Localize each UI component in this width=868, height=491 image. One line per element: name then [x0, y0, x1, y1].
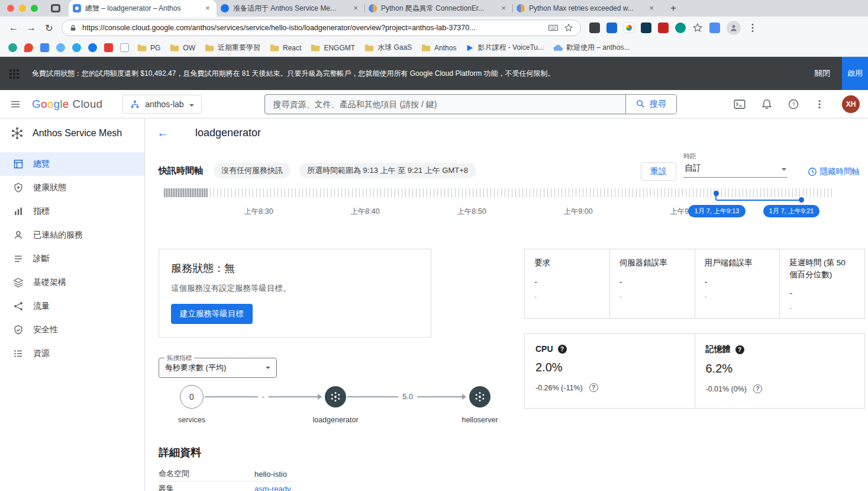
- cluster-link[interactable]: asm-ready: [254, 484, 291, 491]
- extension-icon[interactable]: [675, 23, 686, 33]
- back-arrow-button[interactable]: ←: [152, 122, 173, 143]
- reset-button[interactable]: 重設: [641, 162, 676, 181]
- tab-strip: 總覽 – loadgenerator – Anthos × 准备适用于 Anth…: [0, 0, 868, 17]
- search-input[interactable]: [265, 95, 625, 114]
- extension-icon[interactable]: [589, 23, 600, 33]
- selection-range-line[interactable]: [717, 200, 802, 201]
- period-value: 自訂: [685, 163, 701, 174]
- favorites-star-icon[interactable]: [692, 23, 703, 33]
- notion-favicon[interactable]: [120, 43, 129, 52]
- help-icon[interactable]: ?: [558, 345, 567, 354]
- alert-timeline-ruler[interactable]: [164, 188, 834, 197]
- bookmark-folder[interactable]: PG: [133, 41, 165, 54]
- help-icon[interactable]: ?: [788, 98, 799, 110]
- address-bar[interactable]: https://console.cloud.google.com/anthos/…: [62, 20, 581, 36]
- create-slo-button[interactable]: 建立服務等級目標: [171, 304, 253, 324]
- selection-end-pill[interactable]: 1月 7, 上午9:21: [763, 205, 819, 217]
- sidebar-item-metrics[interactable]: 指標: [0, 200, 144, 223]
- topology-metric-dropdown[interactable]: 拓撲指標 每秒要求數 (平均): [159, 358, 277, 378]
- bookmark-folder[interactable]: OW: [165, 41, 200, 54]
- minimize-window-button[interactable]: [19, 5, 26, 12]
- close-tab-icon[interactable]: ×: [647, 4, 656, 13]
- cpu-usage: CPU ? 2.0% -0.26% (-11%) ?: [525, 334, 695, 408]
- selection-start-handle[interactable]: [714, 191, 719, 196]
- extension-icon[interactable]: [709, 23, 720, 33]
- sidebar-item-overview[interactable]: 總覽: [0, 152, 144, 176]
- help-icon[interactable]: ?: [735, 345, 744, 354]
- selection-end-handle[interactable]: [799, 197, 804, 203]
- bookmark-folder[interactable]: React: [265, 41, 306, 54]
- extension-icon[interactable]: [658, 23, 669, 33]
- more-options-icon[interactable]: [814, 99, 825, 110]
- bookmark-folder[interactable]: 近期重要學習: [200, 41, 265, 54]
- layers-icon: [13, 277, 24, 288]
- services-count-node[interactable]: 0: [180, 385, 204, 409]
- selection-start-pill[interactable]: 1月 7, 上午9:13: [688, 205, 746, 217]
- help-icon[interactable]: ?: [753, 384, 762, 393]
- navigation-menu-icon[interactable]: [8, 97, 22, 111]
- memory-label: 記憶體: [706, 344, 731, 355]
- keyboard-icon[interactable]: [548, 23, 559, 33]
- bookmark-star-icon[interactable]: [564, 23, 573, 33]
- forward-button[interactable]: →: [22, 19, 40, 37]
- browser-profile-icon[interactable]: [727, 21, 741, 35]
- translate-favicon[interactable]: [40, 43, 49, 52]
- browser-menu-icon[interactable]: [747, 23, 758, 33]
- bookmark-favicon[interactable]: [8, 43, 17, 52]
- folder-icon: [421, 44, 431, 52]
- new-tab-button[interactable]: +: [666, 2, 680, 14]
- detail-label: 叢集: [159, 483, 254, 491]
- cloud-shell-icon[interactable]: [733, 98, 746, 111]
- bookmark-folder[interactable]: ENGGMT: [306, 41, 360, 54]
- close-tab-icon[interactable]: ×: [499, 4, 508, 13]
- sidebar-item-diagnostics[interactable]: 診斷: [0, 247, 144, 271]
- maps-pin-favicon[interactable]: [24, 43, 33, 52]
- topology-graph: - 5.0 0 services loadgenerator helloserv…: [159, 380, 537, 425]
- browser-tab[interactable]: Python Max retries exceeded w... ×: [512, 0, 660, 17]
- extension-icon[interactable]: [606, 23, 617, 33]
- sidebar-item-health[interactable]: 健康狀態: [0, 176, 144, 200]
- close-tab-icon[interactable]: ×: [203, 4, 212, 13]
- hide-timeline-link[interactable]: 隱藏時間軸: [808, 166, 860, 177]
- extension-icon[interactable]: [624, 23, 634, 33]
- sidebar-item-traffic[interactable]: 流量: [0, 294, 144, 318]
- extension-icon[interactable]: [641, 23, 651, 33]
- close-tab-icon[interactable]: ×: [351, 4, 360, 13]
- project-selector[interactable]: anthos-lab: [122, 95, 201, 114]
- facebook-favicon[interactable]: [88, 43, 97, 52]
- bookmark-folder[interactable]: 水球 GaaS: [360, 41, 417, 54]
- bookmark-favicon[interactable]: [104, 43, 113, 52]
- browser-tab[interactable]: Python 爬蟲異常 ConnectionEr... ×: [364, 0, 512, 17]
- sidebar-item-infrastructure[interactable]: 基礎架構: [0, 271, 144, 294]
- bookmark-link[interactable]: 歡迎使用 – anthos...: [548, 41, 634, 54]
- browser-tab-active[interactable]: 總覽 – loadgenerator – Anthos ×: [69, 0, 217, 17]
- sidebar-item-resources[interactable]: 資源: [0, 342, 144, 365]
- bookmark-link[interactable]: 影片課程 - VoiceTu...: [461, 41, 548, 54]
- reload-button[interactable]: ↻: [40, 19, 58, 37]
- search-button[interactable]: 搜尋: [625, 95, 676, 114]
- bookmark-folder[interactable]: Anthos: [417, 41, 461, 54]
- browser-tab[interactable]: 准备适用于 Anthos Service Me... ×: [217, 0, 364, 17]
- dismiss-banner-button[interactable]: 關閉: [815, 68, 830, 79]
- bookmark-label: 近期重要學習: [218, 43, 260, 53]
- time-period-dropdown[interactable]: 時距 自訂: [683, 152, 788, 178]
- close-window-button[interactable]: [7, 5, 14, 12]
- metric-server-error-rate: 伺服器錯誤率 - -: [609, 249, 695, 318]
- sidebar-item-label: 診斷: [33, 253, 50, 264]
- help-icon[interactable]: ?: [589, 383, 598, 392]
- mesh-node-icon: [328, 389, 343, 405]
- upgrade-account-button[interactable]: 啟用: [842, 57, 868, 90]
- user-avatar[interactable]: XH: [842, 95, 860, 113]
- zoom-window-button[interactable]: [31, 5, 38, 12]
- tab-search-icon[interactable]: [51, 4, 60, 12]
- sidebar-item-security[interactable]: 安全性: [0, 318, 144, 342]
- telegram-favicon[interactable]: [72, 43, 81, 52]
- arrowhead-icon: [462, 394, 469, 400]
- cloud-favicon[interactable]: [56, 43, 65, 52]
- loadgenerator-node[interactable]: [325, 386, 346, 407]
- notifications-bell-icon[interactable]: [761, 98, 773, 110]
- folder-icon: [364, 44, 374, 52]
- sidebar-item-connected-services[interactable]: 已連結的服務: [0, 223, 144, 247]
- back-button[interactable]: ←: [5, 19, 22, 37]
- helloserver-node[interactable]: [469, 386, 491, 407]
